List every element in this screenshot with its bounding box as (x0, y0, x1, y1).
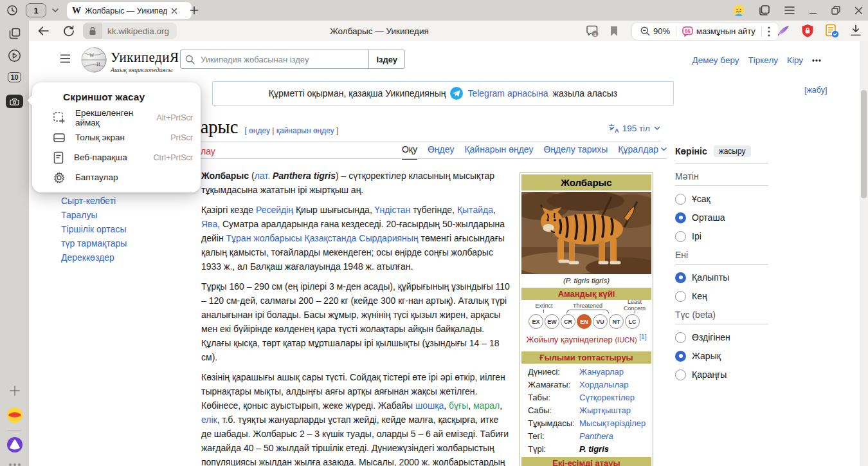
menu-hamburger-icon[interactable] (784, 6, 795, 15)
status-code[interactable]: VU (593, 314, 608, 329)
radio-selected-icon[interactable] (675, 212, 686, 223)
menu-item-settings[interactable]: Баптаулар (32, 167, 201, 187)
window-restore-button[interactable] (831, 6, 840, 15)
tab-edit-source[interactable]: Қайнарын өңдеу (464, 144, 533, 158)
toc-item[interactable]: Таралуы (61, 208, 170, 222)
radio-option[interactable]: Қараңғы (675, 369, 768, 380)
language-selector[interactable]: A 195 тіл (575, 124, 660, 133)
status-code-active[interactable]: EN (577, 314, 592, 329)
read-aloud-control[interactable]: 66 мазмұнын айту (676, 26, 761, 37)
chats-panel-icon[interactable]: 1 (585, 24, 601, 38)
address-bar[interactable]: kk.wikipedia.org (83, 23, 177, 39)
article-link[interactable]: Қазақстанда (305, 233, 357, 243)
radio-icon[interactable] (675, 332, 686, 343)
telegram-channel-link[interactable]: Telegram арнасына (467, 88, 548, 98)
article-link[interactable]: Ява (201, 219, 217, 229)
bookmark-flag-icon[interactable] (606, 24, 622, 38)
status-code[interactable]: NT (609, 314, 624, 329)
tab-history[interactable]: Өңделу тарихы (543, 144, 608, 158)
profile-avatar[interactable] (733, 5, 745, 16)
history-clock-icon[interactable] (6, 5, 18, 16)
tab-tools[interactable]: Құралдар (618, 144, 667, 158)
taxon-link[interactable]: Хордалылар (579, 380, 628, 390)
article-link[interactable]: Қытайда (457, 205, 493, 215)
radio-icon[interactable] (675, 369, 686, 380)
status-code[interactable]: EW (545, 314, 559, 329)
status-code[interactable]: LC (625, 314, 640, 329)
edit-source-link[interactable]: қайнарын өңдеу (276, 126, 334, 135)
edit-link[interactable]: өңдеу (249, 126, 270, 135)
taxon-link[interactable]: Мысықтәрізділер (579, 418, 646, 429)
status-reference[interactable]: [1] (639, 333, 646, 340)
appearance-hide-button[interactable]: жасыру (714, 145, 751, 157)
tab-list-chevron-icon[interactable] (51, 8, 59, 13)
radio-selected-icon[interactable] (675, 351, 686, 362)
yandex-mail-icon[interactable] (0, 407, 29, 424)
toc-item[interactable]: Тіршілік ортасы (61, 222, 170, 236)
login-link[interactable]: Кіру (787, 55, 803, 65)
zoom-control[interactable]: 90% (635, 26, 676, 36)
radio-icon[interactable] (675, 291, 686, 302)
tab-close-icon[interactable] (171, 8, 177, 14)
more-options-kebab-icon[interactable] (762, 26, 776, 37)
banner-close-link[interactable]: [жабу] (804, 86, 827, 95)
radio-icon[interactable] (675, 231, 686, 242)
tab-counter[interactable]: 1 (26, 3, 46, 17)
sidebar-more-dots-icon[interactable] (0, 463, 29, 466)
translate-page-icon[interactable] (825, 24, 839, 38)
wiki-wordmark[interactable]: УикипедиЯ Ашық энциклопедиясы (111, 50, 179, 73)
video-play-icon[interactable] (0, 49, 29, 62)
toc-item[interactable]: түр тармақтары (61, 236, 170, 250)
radio-option[interactable]: Кең (675, 290, 768, 302)
taxon-link[interactable]: Жыртқыштар (579, 405, 631, 416)
search-button[interactable]: Іздеу (368, 50, 404, 68)
side-panels-icon[interactable] (759, 5, 770, 16)
tab-read[interactable]: Оқу (402, 144, 417, 160)
calendar-date-icon[interactable]: 10 (0, 72, 29, 82)
donate-link[interactable]: Демеу беру (692, 55, 739, 65)
article-link[interactable]: Сырдарияның (359, 233, 418, 243)
article-link[interactable]: Үндістан (375, 205, 411, 215)
register-link[interactable]: Тіркелу (748, 55, 779, 65)
lock-icon[interactable] (83, 23, 102, 39)
taxon-link[interactable]: Сүтқоректілер (579, 393, 635, 403)
article-link[interactable]: Ресейдің (256, 205, 293, 215)
alice-assistant-icon[interactable] (0, 436, 29, 453)
new-tab-button[interactable] (188, 4, 201, 17)
radio-option[interactable]: Өздігінен (675, 331, 768, 343)
article-link[interactable]: лат. (255, 171, 270, 181)
tiger-image[interactable] (521, 192, 651, 274)
yandex-pen-icon[interactable] (776, 24, 790, 37)
status-code[interactable]: EX (529, 314, 543, 329)
article-link[interactable]: елік (201, 415, 217, 425)
back-button[interactable] (35, 24, 51, 38)
menu-item-fullscreen[interactable]: Толық экран PrtScr (32, 127, 201, 147)
window-close-button[interactable] (854, 6, 863, 15)
page-scrollbar-thumb[interactable] (861, 90, 867, 198)
radio-option[interactable]: Жарық (675, 350, 768, 362)
radio-icon[interactable] (675, 194, 686, 205)
tab-groups-icon[interactable] (0, 27, 29, 40)
radio-option[interactable]: Орташа (675, 212, 768, 223)
radio-option[interactable]: Ұсақ (675, 193, 768, 205)
radio-selected-icon[interactable] (675, 272, 686, 283)
menu-item-region[interactable]: Ерекшеленген аймақ Alt+PrtScr (32, 107, 201, 127)
downloads-icon[interactable] (850, 24, 862, 37)
wiki-main-menu-hamburger[interactable] (60, 54, 71, 63)
status-code[interactable]: CR (561, 314, 575, 329)
tab-edit[interactable]: Өңдеу (428, 144, 454, 158)
radio-option[interactable]: Ірі (675, 230, 768, 242)
menu-item-webpage[interactable]: Веб-парақша Ctrl+PrtScr (32, 147, 201, 167)
search-input[interactable] (199, 54, 368, 65)
window-minimize-button[interactable] (809, 6, 817, 15)
toc-item[interactable]: Дереккөздер (61, 250, 170, 265)
reload-button[interactable] (61, 24, 77, 38)
browser-tab[interactable]: W Жолбарыс — Уикипеди (67, 2, 192, 19)
taxon-link[interactable]: Panthera (579, 431, 613, 442)
article-link[interactable]: шошқа (415, 400, 444, 411)
wikipedia-globe-logo[interactable]: WИ (80, 46, 107, 73)
article-link[interactable]: бұғы (449, 400, 468, 411)
more-user-links-icon[interactable] (812, 59, 821, 62)
taxon-link[interactable]: Жануарлар (579, 367, 624, 377)
endangered-link[interactable]: Жойылу қаупіндегілер (527, 335, 613, 344)
